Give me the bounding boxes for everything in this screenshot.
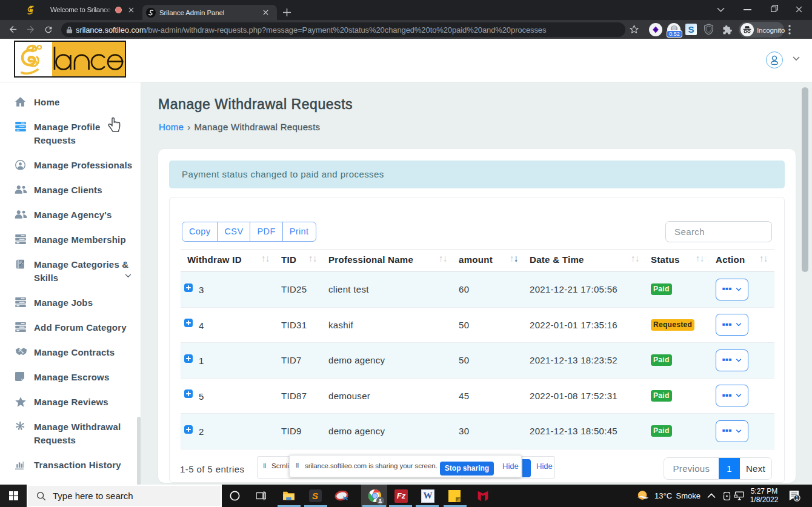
svg-text:1: 1 <box>796 495 799 501</box>
